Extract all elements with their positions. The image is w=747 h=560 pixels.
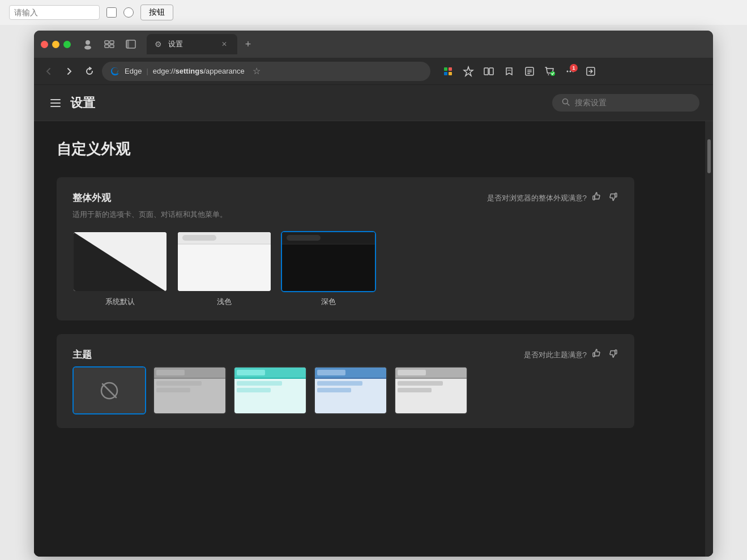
svg-point-20 xyxy=(548,74,549,75)
theme-option-dark[interactable]: 深色 xyxy=(281,231,376,307)
theme-option-light[interactable]: 浅色 xyxy=(177,231,272,307)
svg-rect-3 xyxy=(110,41,114,44)
appearance-section-subtitle: 适用于新的选项卡、页面、对话框和其他菜单。 xyxy=(72,210,618,220)
settings-header-left: 设置 xyxy=(48,95,95,112)
collections-icon[interactable] xyxy=(439,63,456,80)
theme-label-system: 系统默认 xyxy=(105,297,135,307)
theme-thumb-blue[interactable] xyxy=(314,366,387,414)
browser-essentials-icon[interactable] xyxy=(460,63,477,80)
traffic-light-yellow[interactable] xyxy=(52,41,59,48)
svg-rect-27 xyxy=(50,99,61,100)
svg-rect-9 xyxy=(449,67,452,71)
theme-preview-light xyxy=(177,231,272,292)
svg-rect-37 xyxy=(182,235,216,241)
new-tab-button[interactable]: + xyxy=(240,36,257,53)
svg-point-30 xyxy=(563,99,568,104)
theme-label-light: 浅色 xyxy=(217,297,232,307)
svg-rect-70 xyxy=(398,388,432,392)
appearance-section-title: 整体外观 xyxy=(72,191,111,204)
svg-rect-42 xyxy=(282,243,376,245)
traffic-lights xyxy=(41,41,71,48)
favorites-icon[interactable] xyxy=(501,63,518,80)
svg-rect-5 xyxy=(110,45,114,48)
history-icon[interactable] xyxy=(521,63,538,80)
svg-rect-11 xyxy=(449,72,452,75)
svg-rect-58 xyxy=(237,388,271,392)
svg-point-23 xyxy=(567,70,569,72)
svg-point-0 xyxy=(86,40,90,45)
tab-settings[interactable]: ⚙ 设置 ✕ xyxy=(147,34,237,54)
appearance-section: 整体外观 是否对浏览器的整体外观满意? xyxy=(57,177,634,320)
refresh-button[interactable] xyxy=(82,63,97,79)
svg-rect-62 xyxy=(315,378,387,379)
shopping-icon[interactable] xyxy=(541,63,558,80)
svg-rect-69 xyxy=(398,381,443,386)
bookmark-icon[interactable]: ☆ xyxy=(253,66,261,76)
theme-preview-dark xyxy=(281,231,376,292)
native-button[interactable]: 按钮 xyxy=(140,5,173,20)
theme-option-system[interactable]: 系统默认 xyxy=(72,231,168,307)
browser-content: 设置 搜索设置 自定义外观 xyxy=(34,85,713,557)
scrollbar-area xyxy=(705,121,713,557)
settings-tab-icon: ⚙ xyxy=(155,40,164,49)
svg-line-46 xyxy=(103,384,116,397)
traffic-light-green[interactable] xyxy=(63,41,71,48)
theme-thumb-gray[interactable] xyxy=(153,366,227,414)
svg-rect-64 xyxy=(317,388,351,392)
tab-title: 设置 xyxy=(168,39,215,49)
thumbs-down-icon[interactable] xyxy=(607,191,618,205)
edge-logo-icon xyxy=(110,66,120,76)
theme-preview-system xyxy=(72,231,168,292)
back-button[interactable] xyxy=(41,63,57,79)
svg-rect-56 xyxy=(234,378,307,379)
svg-rect-68 xyxy=(395,378,468,379)
svg-rect-29 xyxy=(50,106,61,107)
sidebar-toggle-icon[interactable] xyxy=(123,36,139,52)
native-top-bar: 按钮 xyxy=(0,0,747,25)
native-radio[interactable] xyxy=(123,7,134,18)
thumbs-up-icon[interactable] xyxy=(591,191,603,205)
native-text-input[interactable] xyxy=(9,5,100,20)
tab-close-button[interactable]: ✕ xyxy=(219,39,229,49)
search-placeholder-text: 搜索设置 xyxy=(575,98,607,108)
svg-rect-63 xyxy=(317,381,362,386)
more-tools-icon[interactable]: 1 xyxy=(562,63,579,80)
svg-rect-10 xyxy=(444,72,447,75)
svg-rect-2 xyxy=(105,41,109,44)
tabs-collection-icon[interactable] xyxy=(101,36,117,52)
forward-button[interactable] xyxy=(61,63,77,79)
settings-header: 设置 搜索设置 xyxy=(34,85,713,121)
svg-rect-50 xyxy=(154,378,227,379)
address-brand: Edge xyxy=(125,67,142,75)
split-screen-icon[interactable] xyxy=(480,63,497,80)
open-in-new-icon[interactable] xyxy=(582,63,599,80)
svg-rect-13 xyxy=(484,68,488,75)
svg-rect-52 xyxy=(156,388,190,392)
svg-rect-28 xyxy=(50,102,61,104)
svg-rect-19 xyxy=(527,73,530,74)
svg-rect-55 xyxy=(237,370,265,375)
svg-rect-41 xyxy=(287,235,321,241)
svg-rect-67 xyxy=(398,370,426,375)
hamburger-menu[interactable] xyxy=(48,95,63,111)
theme-options: 系统默认 xyxy=(72,231,618,307)
svg-rect-57 xyxy=(237,381,282,386)
theme-feedback: 是否对此主题满意? xyxy=(524,348,618,362)
traffic-light-red[interactable] xyxy=(41,41,48,48)
svg-rect-61 xyxy=(317,370,345,375)
theme-thumbs-down-icon[interactable] xyxy=(607,348,618,362)
theme-section-header: 主题 是否对此主题满意? xyxy=(72,348,618,362)
svg-rect-7 xyxy=(126,40,129,48)
theme-thumb-none[interactable] xyxy=(72,366,146,414)
theme-thumb-teal[interactable] xyxy=(233,366,307,414)
theme-thumb-gray2[interactable] xyxy=(394,366,468,414)
theme-section: 主题 是否对此主题满意? xyxy=(57,334,634,428)
svg-rect-31 xyxy=(593,196,595,200)
profile-icon[interactable] xyxy=(80,36,96,52)
svg-rect-8 xyxy=(444,67,447,71)
settings-search-box[interactable]: 搜索设置 xyxy=(552,94,699,112)
theme-thumbs-up-icon[interactable] xyxy=(591,348,603,362)
scrollbar-thumb[interactable] xyxy=(707,139,711,173)
native-checkbox[interactable] xyxy=(106,7,117,18)
address-input[interactable]: Edge | edge://settings/appearance ☆ xyxy=(102,62,430,81)
